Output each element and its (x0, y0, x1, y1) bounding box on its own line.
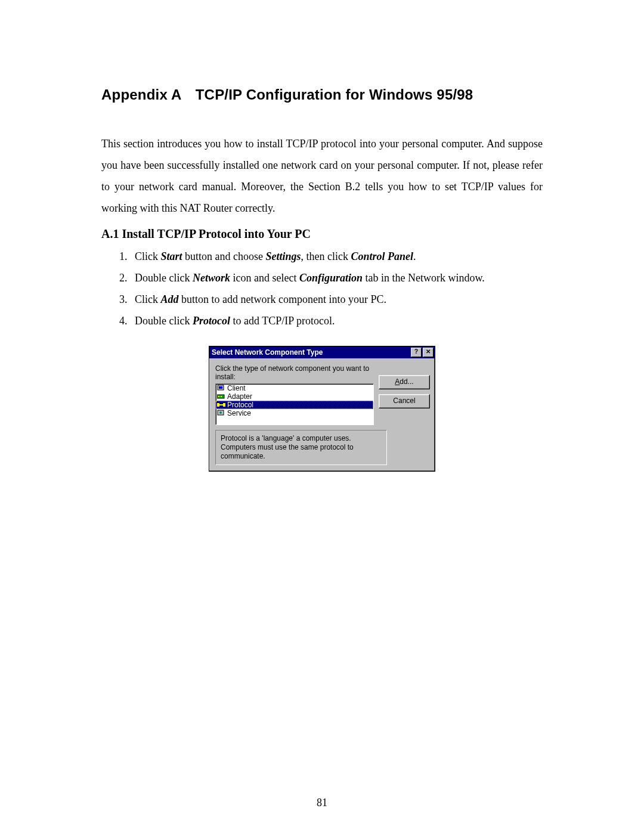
step-text: , then click (301, 250, 351, 262)
step-text: Double click (135, 315, 193, 327)
step-text: Click (135, 250, 161, 262)
step-text: to add TCP/IP protocol. (230, 315, 335, 327)
steps-list: Click Start button and choose Settings, … (101, 246, 543, 332)
step-item: Click Start button and choose Settings, … (130, 246, 543, 267)
step-text: button and choose (182, 250, 266, 262)
protocol-icon (217, 401, 225, 408)
component-listbox[interactable]: Client Adapter Protocol (215, 383, 374, 425)
step-text: icon and select (230, 272, 299, 284)
step-text: button to add network component into you… (179, 293, 386, 305)
step-item: Click Add button to add network componen… (130, 289, 543, 310)
step-bold: Add (161, 293, 179, 305)
step-bold: Configuration (299, 272, 363, 284)
list-item-service[interactable]: Service (216, 409, 373, 417)
page-heading: Appendix A TCP/IP Configuration for Wind… (101, 86, 543, 103)
section-heading: A.1 Install TCP/IP Protocol into Your PC (101, 227, 543, 241)
step-bold: Settings (266, 250, 301, 262)
list-item-protocol[interactable]: Protocol (216, 401, 373, 409)
step-text: Click (135, 293, 161, 305)
step-item: Double click Protocol to add TCP/IP prot… (130, 310, 543, 332)
adapter-icon (217, 393, 225, 400)
add-button-rest: dd... (400, 377, 413, 386)
svg-point-9 (219, 411, 222, 414)
step-bold: Network (193, 272, 230, 284)
cancel-button[interactable]: Cancel (379, 394, 430, 408)
component-description: Protocol is a 'language' a computer uses… (215, 430, 387, 465)
step-bold: Control Panel (351, 250, 414, 262)
dialog-titlebar[interactable]: Select Network Component Type ? ✕ (209, 346, 435, 358)
svg-rect-7 (223, 403, 225, 407)
step-text: Double click (135, 272, 193, 284)
dialog-prompt: Click the type of network component you … (215, 364, 374, 381)
service-icon (217, 410, 225, 417)
step-bold: Start (161, 250, 182, 262)
client-icon (217, 385, 225, 392)
list-item-client[interactable]: Client (216, 384, 373, 392)
svg-rect-3 (218, 396, 219, 397)
dialog-title: Select Network Component Type (212, 348, 410, 357)
intro-paragraph: This section introduces you how to insta… (101, 133, 543, 219)
help-button[interactable]: ? (411, 348, 422, 357)
select-component-dialog: Select Network Component Type ? ✕ Click … (209, 346, 435, 472)
svg-rect-1 (219, 386, 222, 389)
step-item: Double click Network icon and select Con… (130, 267, 543, 289)
svg-rect-6 (217, 403, 219, 407)
list-item-label: Service (227, 409, 251, 417)
list-item-label: Protocol (227, 401, 253, 409)
list-item-label: Adapter (227, 392, 252, 401)
list-item-adapter[interactable]: Adapter (216, 392, 373, 401)
step-bold: Protocol (193, 315, 230, 327)
add-button[interactable]: Add... (379, 375, 430, 389)
list-item-label: Client (227, 384, 246, 392)
step-text: . (413, 250, 416, 262)
step-text: tab in the Network window. (363, 272, 485, 284)
svg-rect-4 (221, 396, 222, 397)
close-button[interactable]: ✕ (423, 348, 434, 357)
page-number: 81 (0, 797, 644, 809)
